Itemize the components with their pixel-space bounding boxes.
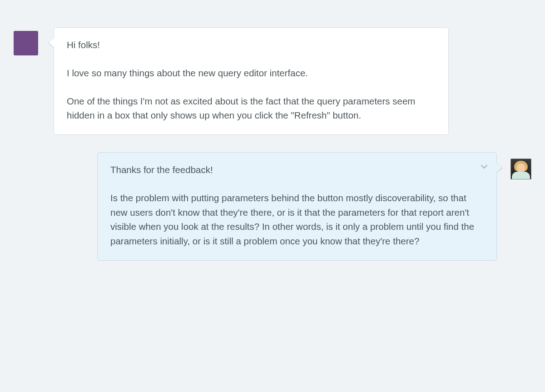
message-paragraph: Is the problem with putting parameters b…	[110, 191, 475, 248]
message-paragraph: Hi folks!	[67, 38, 436, 52]
message-incoming: Hi folks! I love so many things about th…	[14, 27, 531, 135]
chevron-down-icon	[480, 163, 488, 171]
message-body: Hi folks! I love so many things about th…	[54, 27, 449, 135]
message-paragraph: One of the things I'm not as excited abo…	[67, 94, 436, 123]
message-body: Thanks for the feedback! Is the problem …	[97, 152, 497, 261]
avatar[interactable]	[510, 159, 531, 179]
message-actions-toggle[interactable]	[480, 163, 488, 171]
message-paragraph: Thanks for the feedback!	[110, 163, 475, 177]
message-bubble: Thanks for the feedback! Is the problem …	[97, 152, 497, 261]
avatar[interactable]	[14, 31, 38, 55]
message-thread: Hi folks! I love so many things about th…	[14, 27, 531, 261]
message-bubble: Hi folks! I love so many things about th…	[54, 27, 449, 135]
message-outgoing: Thanks for the feedback! Is the problem …	[14, 152, 531, 261]
message-paragraph: I love so many things about the new quer…	[67, 66, 436, 80]
